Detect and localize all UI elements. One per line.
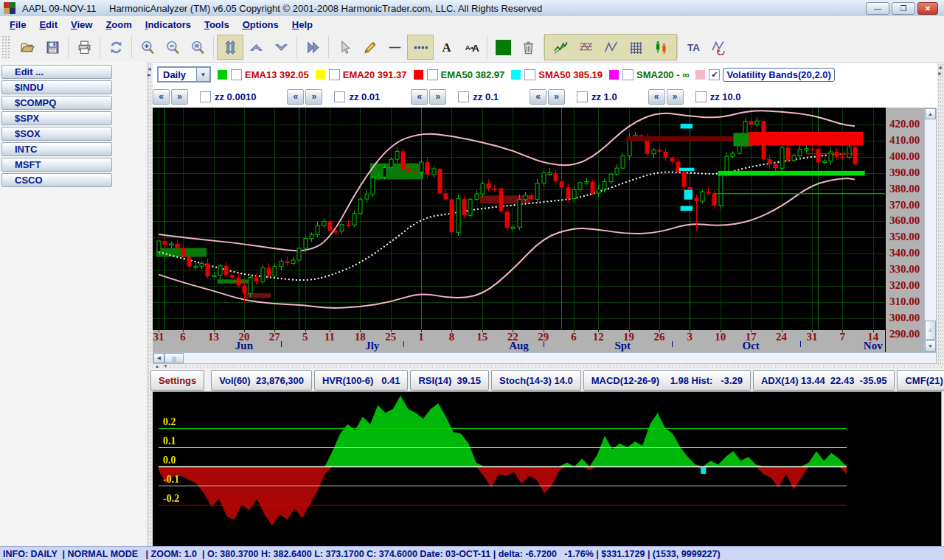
scroll-up-icon[interactable]: ▲	[925, 108, 936, 119]
menu-help[interactable]: Help	[285, 18, 319, 32]
dots-tool-icon[interactable]	[407, 35, 434, 60]
vertical-scroll-thumb[interactable]: ≡	[925, 321, 936, 340]
line-tool-icon[interactable]	[382, 35, 407, 59]
zz-next-button[interactable]: »	[429, 89, 446, 105]
zz-prev-button[interactable]: «	[530, 89, 546, 105]
restore-button[interactable]: ❐	[892, 2, 915, 15]
zz-checkbox[interactable]	[334, 91, 345, 102]
legend-checkbox[interactable]: ✔	[709, 69, 720, 80]
scroll-left-icon[interactable]: ◀	[153, 353, 164, 363]
trash-icon[interactable]	[516, 35, 541, 59]
zoom-in-icon[interactable]	[135, 35, 160, 59]
tab-cmf[interactable]: CMF(21) -0.034	[897, 370, 944, 391]
text-resize-icon[interactable]: AA	[459, 35, 484, 59]
grid-icon[interactable]	[623, 35, 648, 59]
sidebar-item-msft[interactable]: MSFT	[1, 158, 112, 172]
zz-checkbox[interactable]	[458, 91, 469, 102]
trendlines-icon[interactable]	[548, 35, 573, 59]
chevron-down-icon[interactable]: ▼	[196, 68, 209, 81]
sidebar-item-csco[interactable]: CSCO	[1, 173, 112, 187]
menu-options[interactable]: Options	[236, 18, 285, 32]
refresh-icon[interactable]	[103, 35, 128, 59]
fast-forward-icon[interactable]	[300, 35, 325, 59]
legend-checkbox[interactable]	[524, 69, 535, 80]
zz-next-button[interactable]: »	[305, 89, 322, 105]
tab-hvr[interactable]: HVR(100-6) 0.41	[314, 370, 409, 391]
zz-checkbox[interactable]	[695, 91, 707, 102]
main-chart-canvas[interactable]	[153, 108, 885, 329]
zz-checkbox[interactable]	[200, 91, 211, 102]
zigzag-icon[interactable]	[598, 35, 623, 59]
menu-file[interactable]: File	[3, 18, 32, 32]
price-tick-label: 350.00	[889, 231, 920, 243]
tab-stoch[interactable]: Stoch(14-3) 14.0	[491, 370, 581, 391]
splitter-collapse-arrows-icon[interactable]: ◄►	[147, 66, 152, 78]
horizontal-splitter[interactable]	[150, 364, 944, 369]
timeframe-dropdown[interactable]: Daily ▼	[157, 66, 211, 83]
zigzag-controls-row: «»zz 0.0010«»zz 0.01«»zz 0.1«»zz 1.0«»zz…	[153, 85, 937, 108]
collapse-up-icon[interactable]	[243, 35, 268, 59]
sidebar-item-indu[interactable]: $INDU	[1, 80, 112, 94]
expand-down-icon[interactable]	[268, 35, 294, 59]
tab-settings[interactable]: Settings	[150, 370, 204, 391]
legend-color-swatch[interactable]	[511, 70, 521, 80]
zigzag-reset-icon[interactable]	[706, 35, 731, 59]
zz-next-button[interactable]: »	[548, 89, 565, 105]
scroll-down-icon[interactable]: ▼	[925, 340, 936, 351]
print-icon[interactable]	[72, 35, 97, 59]
sidebar-item-sox[interactable]: $SOX	[1, 127, 112, 141]
cmf-chart-canvas[interactable]	[153, 391, 942, 547]
legend-color-swatch[interactable]	[218, 70, 227, 80]
legend-checkbox[interactable]	[622, 69, 634, 80]
sidebar-item-compq[interactable]: $COMPQ	[1, 96, 112, 110]
zz-prev-button[interactable]: «	[287, 89, 304, 105]
legend-color-swatch[interactable]	[609, 70, 619, 80]
toolbar-grip[interactable]	[1, 35, 10, 59]
close-button[interactable]: ✕	[917, 2, 938, 15]
fit-vertical-icon[interactable]	[217, 35, 243, 60]
menu-zoom[interactable]: Zoom	[99, 18, 138, 32]
fib-retracement-icon[interactable]	[573, 35, 598, 59]
sidebar-item-edit[interactable]: Edit ...	[1, 65, 112, 79]
zz-next-button[interactable]: »	[171, 89, 188, 105]
color-swatch-icon[interactable]	[490, 35, 516, 59]
vertical-splitter[interactable]	[148, 62, 153, 546]
save-icon[interactable]	[40, 35, 65, 59]
legend-checkbox[interactable]	[329, 69, 340, 80]
tab-macd[interactable]: MACD(12-26-9) 1.98 Hist: -3.29	[583, 370, 751, 391]
horizontal-scrollbar[interactable]: ◀ |||	[153, 352, 937, 364]
sidebar-item-spx[interactable]: $SPX	[1, 111, 112, 125]
legend-color-swatch[interactable]	[695, 70, 705, 80]
horizontal-splitter-arrows-icon[interactable]: ▲ ▼	[155, 364, 170, 369]
zoom-off-icon[interactable]	[185, 35, 210, 59]
pencil-icon[interactable]	[357, 35, 382, 59]
zz-checkbox[interactable]	[577, 91, 588, 102]
zoom-out-icon[interactable]	[160, 35, 185, 59]
legend-checkbox[interactable]	[427, 69, 438, 80]
legend-color-swatch[interactable]	[414, 70, 423, 80]
zz-prev-button[interactable]: «	[411, 89, 428, 105]
zz-next-button[interactable]: »	[667, 89, 684, 105]
zz-prev-button[interactable]: «	[153, 89, 170, 105]
zz-prev-button[interactable]: «	[648, 89, 665, 105]
menu-tools[interactable]: Tools	[198, 18, 236, 32]
sidebar-item-intc[interactable]: INTC	[1, 142, 112, 156]
tab-vol[interactable]: Vol(60) 23,876,300	[211, 370, 312, 391]
right-splitter-arrows-icon[interactable]: ◄►	[937, 65, 943, 77]
ta-icon[interactable]: TA	[681, 35, 706, 59]
minimize-button[interactable]: —	[866, 2, 889, 15]
tab-rsi[interactable]: RSI(14) 39.15	[410, 370, 489, 391]
candles-icon[interactable]	[648, 35, 673, 59]
vertical-scrollbar[interactable]: ▲ ≡ ▼	[924, 108, 937, 352]
horizontal-scroll-thumb[interactable]: |||	[164, 353, 184, 363]
legend-checkbox[interactable]	[231, 69, 242, 80]
legend-color-swatch[interactable]	[316, 70, 325, 80]
open-folder-icon[interactable]	[15, 35, 40, 59]
tab-adx[interactable]: ADX(14) 13.44 22.43 -35.95	[753, 370, 895, 391]
right-splitter[interactable]	[937, 63, 944, 365]
menu-indicators[interactable]: Indicators	[139, 18, 198, 32]
menu-edit[interactable]: Edit	[32, 18, 64, 32]
cursor-icon[interactable]	[332, 35, 357, 59]
text-a-icon[interactable]: A	[434, 35, 459, 59]
menu-view[interactable]: View	[64, 18, 99, 32]
